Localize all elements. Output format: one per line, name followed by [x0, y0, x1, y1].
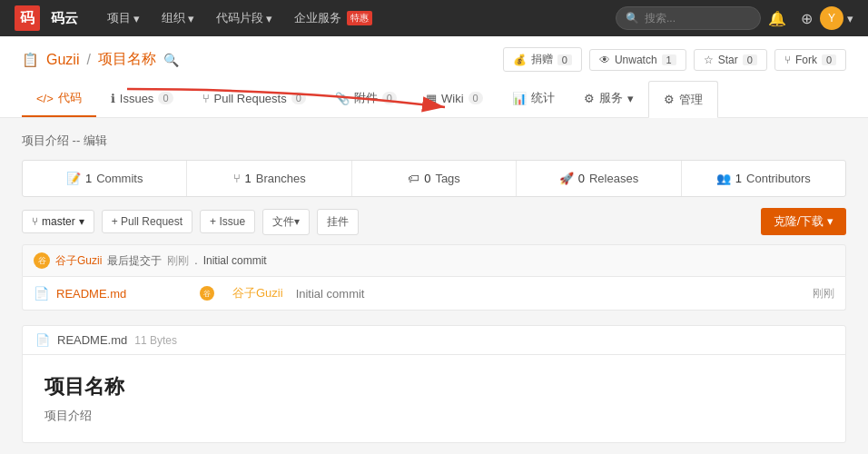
file-row: 📄 README.md 谷 谷子Guzii Initial commit 刚刚	[23, 277, 845, 310]
tab-services[interactable]: ⚙ 服务 ▾	[569, 81, 648, 117]
branch-icon: ⑂	[32, 215, 38, 228]
file-name[interactable]: README.md	[56, 287, 192, 301]
tab-attachments[interactable]: 📎 附件 0	[321, 81, 411, 117]
file-time: 刚刚	[813, 286, 834, 301]
contributors-icon: 👥	[716, 172, 731, 185]
donate-button[interactable]: 💰 捐赠 0	[503, 47, 582, 72]
nav-item-orgs[interactable]: 组织 ▾	[151, 0, 205, 36]
search-icon: 🔍	[626, 12, 639, 25]
repo-owner[interactable]: Guzii	[46, 52, 79, 68]
brand-name: 码云	[51, 10, 78, 27]
commit-author[interactable]: 谷子Guzii	[55, 253, 102, 269]
search-box: 🔍	[616, 6, 761, 30]
clone-download-btn[interactable]: 克隆/下载 ▾	[761, 208, 846, 235]
project-desc: 项目介绍 -- 编辑	[22, 133, 846, 149]
readme-body: 项目名称 项目介绍	[23, 355, 845, 442]
readme-section: 📄 README.md 11 Bytes 项目名称 项目介绍	[22, 325, 846, 443]
top-nav: 码 码云 项目 ▾ 组织 ▾ 代码片段 ▾ 企业服务 特惠 🔍 🔔 ⊕ Y ▾	[0, 0, 868, 36]
tab-code[interactable]: </> 代码	[22, 81, 96, 117]
donate-icon: 💰	[513, 54, 527, 66]
fork-icon: ⑂	[784, 54, 791, 66]
last-commit-bar: 谷 谷子Guzii 最后提交于 刚刚 . Initial commit	[22, 244, 846, 277]
pr-icon: ⑂	[202, 92, 210, 105]
unwatch-button[interactable]: 👁 Unwatch 1	[589, 49, 686, 71]
avatar[interactable]: Y	[820, 6, 843, 30]
stat-branches[interactable]: ⑂ 1 Branches	[187, 161, 351, 196]
main-content: 项目介绍 -- 编辑 📝 1 Commits ⑂ 1 Branches 🏷 0 …	[0, 118, 868, 454]
file-icon: 📄	[34, 286, 49, 301]
branch-selector[interactable]: ⑂ master ▾	[22, 210, 94, 233]
tab-pull-requests[interactable]: ⑂ Pull Requests 0	[188, 81, 321, 117]
branches-icon: ⑂	[233, 172, 241, 185]
tab-issues[interactable]: ℹ Issues 0	[96, 81, 188, 117]
repo-name[interactable]: 项目名称	[98, 50, 156, 69]
readme-filename: README.md	[57, 333, 127, 347]
star-button[interactable]: ☆ Star 0	[694, 49, 767, 71]
issue-btn[interactable]: + Issue	[200, 210, 255, 233]
readme-description: 项目介绍	[44, 408, 824, 424]
wiki-icon: ▦	[426, 92, 437, 105]
repo-actions: 💰 捐赠 0 👁 Unwatch 1 ☆ Star 0 ⑂ Fork	[503, 47, 846, 72]
tab-nav: </> 代码 ℹ Issues 0 ⑂ Pull Requests 0 📎 附件…	[22, 81, 846, 117]
readme-size: 11 Bytes	[134, 334, 177, 347]
file-commit-avatar: 谷	[200, 286, 214, 301]
code-icon: </>	[36, 92, 54, 105]
tab-stats[interactable]: 📊 统计	[498, 81, 569, 117]
stat-contributors[interactable]: 👥 1 Contributors	[682, 161, 845, 196]
stat-releases[interactable]: 🚀 0 Releases	[517, 161, 681, 196]
search-input[interactable]	[645, 12, 751, 25]
commit-message: Initial commit	[203, 254, 267, 267]
commit-avatar: 谷	[34, 252, 50, 269]
releases-icon: 🚀	[559, 172, 574, 185]
readme-title: 项目名称	[44, 373, 824, 400]
stats-icon: 📊	[512, 92, 527, 105]
plus-icon[interactable]: ⊕	[794, 10, 820, 27]
tab-wiki[interactable]: ▦ Wiki 0	[411, 81, 498, 117]
sub-header: 📋 Guzii / 项目名称 🔍 💰 捐赠 0 👁 Unwatch 1	[0, 36, 868, 118]
file-list: 📄 README.md 谷 谷子Guzii Initial commit 刚刚	[22, 277, 846, 311]
fork-button[interactable]: ⑂ Fork 0	[774, 49, 846, 71]
verified-icon: 🔍	[163, 53, 179, 67]
toolbar: ⑂ master ▾ + Pull Request + Issue 文件▾ 挂件…	[22, 208, 846, 235]
file-commit-msg: Initial commit	[296, 287, 805, 301]
avatar-dropdown[interactable]: ▾	[843, 12, 853, 25]
repo-icon: 📋	[22, 52, 39, 68]
stat-commits[interactable]: 📝 1 Commits	[23, 161, 187, 196]
services-icon: ⚙	[584, 92, 595, 105]
stat-tags[interactable]: 🏷 0 Tags	[352, 161, 517, 196]
manage-icon: ⚙	[664, 93, 675, 106]
bell-icon[interactable]: 🔔	[761, 10, 794, 27]
commit-time: 刚刚	[167, 253, 189, 269]
readme-icon: 📄	[35, 333, 50, 347]
nav-item-enterprise[interactable]: 企业服务 特惠	[283, 0, 383, 36]
tab-manage[interactable]: ⚙ 管理	[648, 81, 718, 118]
pull-request-btn[interactable]: + Pull Request	[102, 210, 192, 233]
widget-btn[interactable]: 挂件	[317, 209, 359, 235]
donate-section: 捐赠	[22, 443, 846, 454]
file-commit-author[interactable]: 谷子Guzii	[232, 285, 283, 301]
logo-icon[interactable]: 码	[15, 5, 40, 31]
file-btn[interactable]: 文件▾	[262, 209, 310, 235]
nav-item-projects[interactable]: 项目 ▾	[96, 0, 151, 36]
readme-header: 📄 README.md 11 Bytes	[23, 326, 845, 355]
eye-icon: 👁	[599, 54, 610, 66]
attach-icon: 📎	[335, 92, 350, 105]
star-icon: ☆	[704, 54, 714, 66]
tags-icon: 🏷	[408, 172, 419, 185]
repo-title: 📋 Guzii / 项目名称 🔍	[22, 50, 179, 69]
nav-item-snippets[interactable]: 代码片段 ▾	[205, 0, 283, 36]
commits-icon: 📝	[66, 172, 81, 185]
stats-bar: 📝 1 Commits ⑂ 1 Branches 🏷 0 Tags 🚀 0 Re…	[22, 160, 846, 197]
issues-icon: ℹ	[111, 92, 115, 105]
